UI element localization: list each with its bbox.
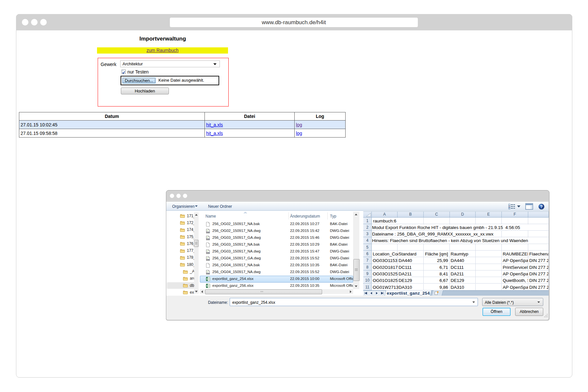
svg-text:DWG: DWG [206, 273, 210, 274]
svg-text:DWG: DWG [206, 232, 210, 233]
svg-text:DWG: DWG [206, 259, 210, 261]
svg-text:DWG: DWG [206, 252, 210, 254]
svg-text:DWG: DWG [206, 238, 210, 240]
svg-text:?: ? [540, 204, 543, 209]
